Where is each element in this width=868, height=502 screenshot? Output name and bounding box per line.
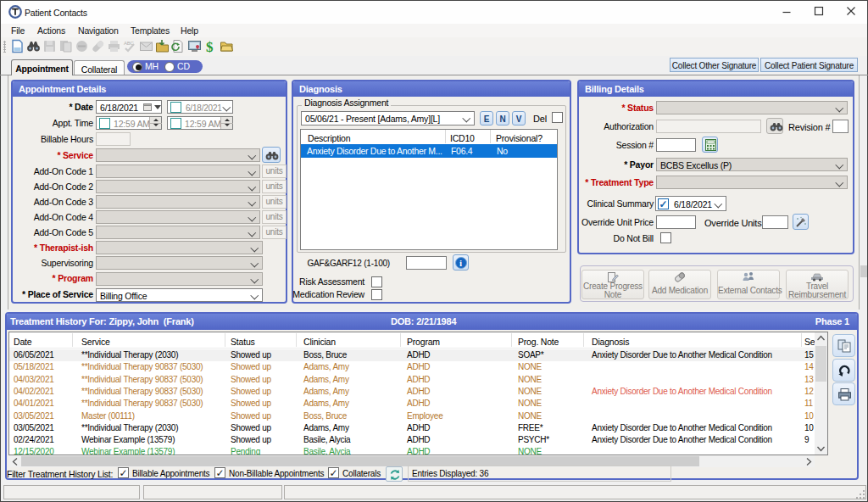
svg-text:$: $ bbox=[206, 39, 214, 53]
